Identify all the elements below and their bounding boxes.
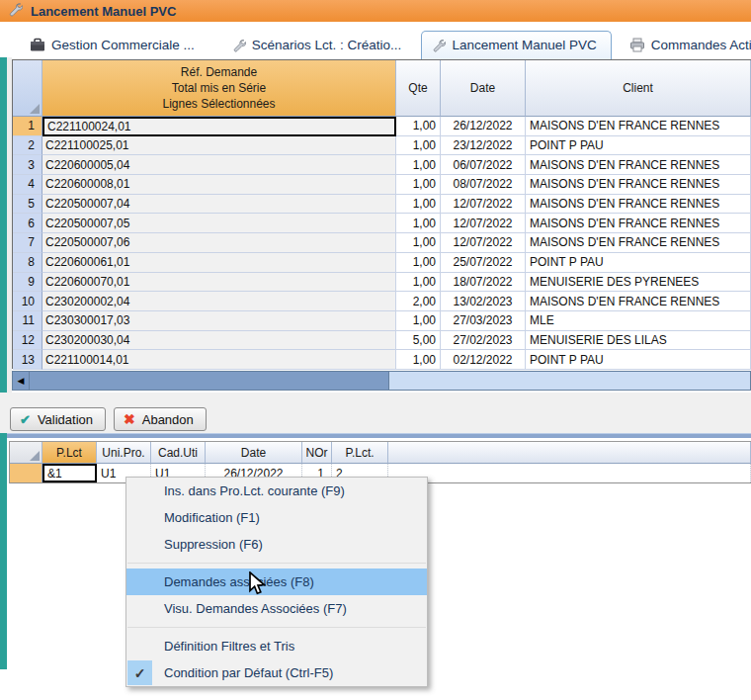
tab-label: Lancement Manuel PVC bbox=[452, 38, 596, 52]
cell-ref[interactable]: C220500007,04 bbox=[42, 195, 396, 215]
cell-ref[interactable]: C220600061,01 bbox=[42, 253, 396, 273]
cell-date[interactable]: 02/12/2022 bbox=[441, 350, 526, 370]
cell-client[interactable]: MAISONS D'EN FRANCE RENNES bbox=[526, 155, 751, 175]
cell-client[interactable]: MLE bbox=[526, 311, 751, 331]
column-header-ref-demande[interactable]: Réf. Demande Total mis en Série Lignes S… bbox=[42, 60, 396, 117]
column-header-caduti[interactable]: Cad.Uti bbox=[151, 442, 206, 464]
cell-client[interactable]: MAISONS D'EN FRANCE RENNES bbox=[526, 117, 751, 136]
tab-lancement-manuel-pvc[interactable]: Lancement Manuel PVC bbox=[421, 31, 611, 59]
column-header-qte[interactable]: Qte bbox=[396, 60, 441, 117]
cell-qte[interactable]: 1,00 bbox=[396, 195, 441, 215]
cell-qte[interactable]: 1,00 bbox=[396, 117, 441, 136]
cell-qte[interactable]: 1,00 bbox=[396, 311, 441, 331]
window-titlebar[interactable]: Lancement Manuel PVC bbox=[0, 0, 751, 22]
cell-qte[interactable]: 1,00 bbox=[396, 175, 441, 195]
cell-num[interactable]: 10 bbox=[13, 292, 42, 311]
validation-button[interactable]: ✔ Validation bbox=[10, 407, 106, 431]
column-header-plct[interactable]: P.Lct bbox=[42, 442, 97, 464]
column-header-nor[interactable]: NOr bbox=[302, 442, 332, 464]
menu-item[interactable]: ✓Condition par Défaut (Ctrl-F5) bbox=[126, 659, 427, 686]
column-header-unipro[interactable]: Uni.Pro. bbox=[97, 442, 151, 464]
cell-qte[interactable]: 1,00 bbox=[396, 233, 441, 253]
abandon-button[interactable]: ✖ Abandon bbox=[114, 407, 207, 431]
cell-ref[interactable]: C221100025,01 bbox=[42, 136, 396, 156]
cell-date[interactable]: 12/07/2022 bbox=[441, 195, 526, 215]
scroll-left-arrow-icon[interactable]: ◀ bbox=[13, 372, 30, 390]
menu-item[interactable]: Visu. Demandes Associées (F7) bbox=[126, 595, 427, 622]
cell-client[interactable]: MENUISERIE DES LILAS bbox=[526, 331, 751, 351]
cell-date[interactable]: 27/02/2023 bbox=[441, 331, 526, 351]
column-header-client[interactable]: Client bbox=[526, 60, 751, 117]
tab-commandes-actives[interactable]: Commandes Activ... bbox=[618, 32, 751, 59]
table-row: 9C220600070,011,0018/07/2022MENUISERIE D… bbox=[13, 273, 751, 293]
cell-num[interactable]: 11 bbox=[13, 311, 42, 331]
cell-date[interactable]: 26/12/2022 bbox=[441, 117, 526, 136]
cell-num[interactable]: 1 bbox=[13, 117, 42, 136]
cell-num[interactable]: 5 bbox=[13, 195, 42, 215]
cell-date[interactable]: 08/07/2022 bbox=[441, 175, 526, 195]
cell-num[interactable]: 6 bbox=[13, 214, 42, 233]
cell-client[interactable]: POINT P PAU bbox=[526, 136, 751, 156]
scrollbar-thumb[interactable] bbox=[30, 372, 389, 390]
cell-date[interactable]: 06/07/2022 bbox=[441, 155, 526, 175]
menu-item[interactable]: Définition Filtres et Tris bbox=[126, 633, 427, 659]
tab-gestion-commerciale[interactable]: Gestion Commerciale ... bbox=[18, 32, 207, 59]
column-header-date[interactable]: Date bbox=[206, 442, 302, 464]
cell-date[interactable]: 18/07/2022 bbox=[441, 273, 526, 293]
cell-ref[interactable]: C230200030,04 bbox=[42, 331, 396, 351]
horizontal-scrollbar[interactable]: ◀ bbox=[12, 371, 751, 391]
cell-date[interactable]: 27/03/2023 bbox=[441, 311, 526, 331]
cell-qte[interactable]: 1,00 bbox=[396, 253, 441, 273]
cell-client[interactable]: MAISONS D'EN FRANCE RENNES bbox=[526, 195, 751, 215]
cell-date[interactable]: 12/07/2022 bbox=[441, 214, 526, 233]
cell-client[interactable]: MAISONS D'EN FRANCE RENNES bbox=[526, 233, 751, 253]
cell-num[interactable]: 3 bbox=[13, 155, 42, 175]
cell-client[interactable]: MAISONS D'EN FRANCE RENNES bbox=[526, 292, 751, 311]
cell-client[interactable]: MENUISERIE DES PYRENEES bbox=[526, 273, 751, 293]
cell-date[interactable]: 25/07/2022 bbox=[441, 253, 526, 273]
tab-scenarios-lct[interactable]: Scénarios Lct. : Créatio... bbox=[220, 32, 414, 59]
cell-ref[interactable]: C220500007,05 bbox=[42, 214, 396, 233]
column-header-date[interactable]: Date bbox=[441, 60, 526, 117]
cell-ref[interactable]: C220500007,06 bbox=[42, 233, 396, 253]
cell-qte[interactable]: 1,00 bbox=[396, 155, 441, 175]
menu-item[interactable]: Suppression (F6) bbox=[126, 531, 427, 558]
menu-item[interactable]: Demandes associées (F8) bbox=[126, 569, 427, 595]
cell-qte[interactable]: 2,00 bbox=[396, 292, 441, 311]
column-header-plct2[interactable]: P.Lct. bbox=[332, 442, 388, 464]
row-selector-cell[interactable] bbox=[10, 464, 42, 482]
cell-num[interactable]: 4 bbox=[13, 175, 42, 195]
cell-qte[interactable]: 1,00 bbox=[396, 136, 441, 156]
cell-ref[interactable]: C220600070,01 bbox=[42, 273, 396, 293]
cell-client[interactable]: MAISONS D'EN FRANCE RENNES bbox=[526, 175, 751, 195]
cell-num[interactable]: 9 bbox=[13, 273, 42, 293]
cell-ref[interactable]: C230200002,04 bbox=[42, 292, 396, 311]
cell-ref[interactable]: C221100024,01 bbox=[42, 117, 396, 136]
table-corner-cell[interactable] bbox=[10, 442, 42, 464]
menu-item[interactable]: Ins. dans Pro.Lct. courante (F9) bbox=[126, 478, 427, 504]
cell-plct-selected[interactable]: &1 bbox=[42, 464, 97, 482]
cell-qte[interactable]: 1,00 bbox=[396, 273, 441, 293]
menu-item[interactable]: Modification (F1) bbox=[126, 504, 427, 531]
cell-num[interactable]: 13 bbox=[13, 350, 42, 370]
cell-num[interactable]: 8 bbox=[13, 253, 42, 273]
cell-num[interactable]: 12 bbox=[13, 331, 42, 351]
cell-qte[interactable]: 1,00 bbox=[396, 214, 441, 233]
table-corner-cell[interactable] bbox=[13, 60, 42, 117]
cell-ref[interactable]: C230300017,03 bbox=[42, 311, 396, 331]
cell-ref[interactable]: C220600008,01 bbox=[42, 175, 396, 195]
cell-ref[interactable]: C221100014,01 bbox=[42, 350, 396, 370]
cell-date[interactable]: 23/12/2022 bbox=[441, 136, 526, 156]
cell-num[interactable]: 2 bbox=[13, 136, 42, 156]
cell-client[interactable]: MAISONS D'EN FRANCE RENNES bbox=[526, 214, 751, 233]
cell-qte[interactable]: 1,00 bbox=[396, 350, 441, 370]
cell-num[interactable]: 7 bbox=[13, 233, 42, 253]
cell-qte[interactable]: 5,00 bbox=[396, 331, 441, 351]
menu-separator bbox=[127, 563, 426, 564]
cell-date[interactable]: 12/07/2022 bbox=[441, 233, 526, 253]
splitter-bar[interactable] bbox=[7, 433, 751, 438]
cell-ref[interactable]: C220600005,04 bbox=[42, 155, 396, 175]
cell-date[interactable]: 13/02/2023 bbox=[441, 292, 526, 311]
cell-client[interactable]: POINT P PAU bbox=[526, 350, 751, 370]
cell-client[interactable]: POINT P PAU bbox=[526, 253, 751, 273]
